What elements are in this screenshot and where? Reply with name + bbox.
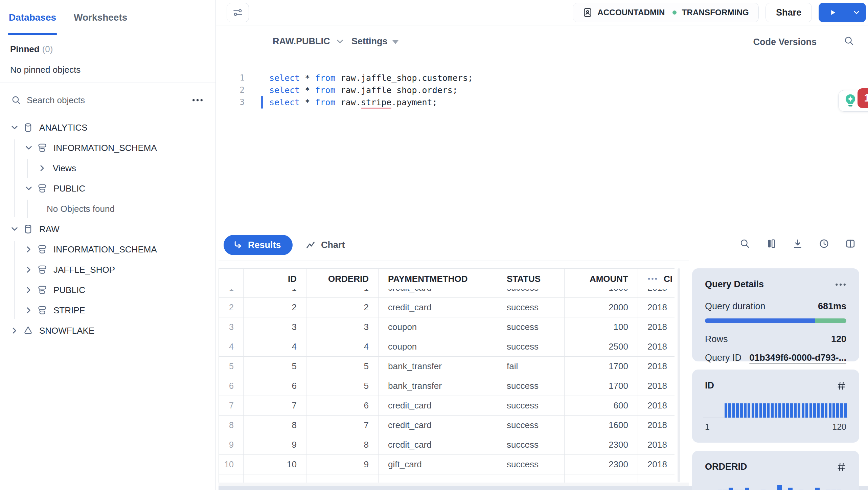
query-id-link[interactable]: 01b349f6-0000-d793-... — [749, 353, 846, 363]
histogram-bar — [821, 403, 824, 418]
columns-icon[interactable] — [766, 238, 777, 249]
split-pane-icon[interactable] — [845, 238, 856, 249]
results-grid[interactable]: IDORDERIDPAYMENTMETHODSTATUSAMOUNTCI 111… — [219, 268, 675, 483]
line-number: 2 — [216, 85, 245, 95]
chevron-right-icon[interactable] — [38, 164, 47, 173]
context-label: RAW.PUBLIC — [273, 36, 330, 47]
filters-button[interactable] — [227, 3, 249, 22]
snowsight-worksheet-app: Databases Worksheets Pinned(0) No pinned… — [0, 0, 868, 490]
column-header-amount[interactable]: AMOUNT — [565, 269, 638, 289]
chevron-right-icon[interactable] — [24, 306, 33, 315]
tab-worksheets[interactable]: Worksheets — [74, 0, 127, 35]
tree-item-jaffle_shop[interactable]: JAFFLE_SHOP — [0, 260, 215, 280]
history-icon[interactable] — [819, 238, 829, 249]
code-line[interactable]: 1select * from raw.jaffle_shop.customers… — [216, 72, 868, 84]
chevron-right-icon[interactable] — [24, 245, 33, 254]
column-card-title: ORDERID — [705, 462, 747, 472]
code-versions-link[interactable]: Code Versions — [753, 37, 817, 47]
table-cell: 6 — [244, 376, 306, 396]
sql-text: raw. — [336, 97, 361, 107]
table-row[interactable]: 776credit_cardsuccess6002018 — [219, 396, 675, 416]
chevron-down-icon[interactable] — [24, 184, 33, 193]
settings-menu[interactable]: Settings — [351, 36, 398, 47]
sql-editor[interactable]: 1select * from raw.jaffle_shop.customers… — [216, 61, 868, 230]
search-options-icon[interactable] — [192, 95, 203, 105]
download-icon[interactable] — [792, 238, 803, 249]
histogram-bar — [755, 403, 758, 418]
chevron-right-icon[interactable] — [24, 265, 33, 274]
query-details-panel: Query Details Query duration 681ms Rows … — [692, 261, 868, 490]
table-row[interactable]: 887credit_cardsuccess16002018 — [219, 416, 675, 435]
histogram-bar — [759, 403, 762, 418]
tree-item-public[interactable]: PUBLIC — [0, 178, 215, 199]
table-row[interactable]: 333couponsuccess1002018 — [219, 317, 675, 337]
tree-item-raw[interactable]: RAW — [0, 219, 215, 239]
chevron-right-icon[interactable] — [10, 326, 19, 335]
code-line[interactable]: 2select * from raw.jaffle_shop.orders; — [216, 84, 868, 96]
tree-item-label: PUBLIC — [53, 285, 85, 295]
sql-text: * — [300, 73, 315, 83]
database-schema-selector[interactable]: RAW.PUBLIC — [273, 36, 344, 47]
tree-item-views[interactable]: Views — [0, 158, 215, 178]
rows-value: 120 — [831, 334, 846, 344]
column-header-orderid[interactable]: ORDERID — [306, 269, 379, 289]
table-cell: 600 — [565, 396, 638, 415]
table-row[interactable]: 555bank_transferfail17002018 — [219, 357, 675, 376]
tree-item-snowflake[interactable]: SNOWFLAKE — [0, 320, 215, 341]
orderid-histogram — [705, 484, 846, 490]
histogram-bar — [744, 403, 747, 418]
column-header-status[interactable]: STATUS — [497, 269, 565, 289]
tree-item-public[interactable]: PUBLIC — [0, 280, 215, 300]
table-row[interactable]: 665bank_transfersuccess17002018 — [219, 376, 675, 396]
search-icon — [11, 95, 21, 105]
column-header-ci[interactable]: CI — [638, 269, 675, 289]
table-row[interactable] — [219, 474, 675, 483]
column-header-id[interactable]: ID — [244, 269, 306, 289]
line-text: select * from raw.jaffle_shop.orders; — [245, 85, 458, 95]
vertical-scrollbar[interactable] — [678, 268, 680, 482]
tree-item-label: SNOWFLAKE — [39, 326, 94, 336]
table-cell: success — [497, 337, 565, 356]
table-row[interactable]: 222credit_cardsuccess20002018 — [219, 298, 675, 317]
sliders-icon — [232, 7, 243, 18]
tree-guide — [27, 159, 28, 178]
chevron-right-icon[interactable] — [24, 286, 33, 294]
query-details-menu-icon[interactable] — [835, 282, 846, 287]
run-options-button[interactable] — [847, 3, 866, 22]
histogram-bar — [788, 488, 793, 490]
editor-search-icon[interactable] — [844, 36, 854, 46]
role-warehouse-selector[interactable]: ACCOUNTADMIN TRANSFORMING — [573, 3, 759, 22]
tree-item-label: Views — [53, 163, 76, 174]
chevron-down-icon[interactable] — [10, 123, 19, 132]
sql-text: * — [300, 97, 315, 107]
tree-item-stripe[interactable]: STRIPE — [0, 300, 215, 320]
run-button[interactable] — [819, 3, 847, 22]
tab-chart[interactable]: Chart — [301, 235, 350, 255]
tab-databases[interactable]: Databases — [9, 0, 56, 35]
histogram-bar — [736, 403, 739, 418]
schema-icon — [37, 143, 47, 153]
code-line[interactable]: 3select * from raw.stripe.payment; — [216, 96, 868, 108]
tree-item-information_schema[interactable]: INFORMATION_SCHEMA — [0, 239, 215, 260]
chevron-down-icon[interactable] — [24, 143, 33, 152]
histogram-bar — [794, 403, 797, 418]
column-header-paymentmethod[interactable]: PAYMENTMETHOD — [379, 269, 497, 289]
table-row[interactable]: 998credit_cardsuccess23002018 — [219, 435, 675, 455]
tree-item-information_schema[interactable]: INFORMATION_SCHEMA — [0, 138, 215, 158]
search-objects-input[interactable] — [27, 95, 192, 106]
table-cell: success — [497, 396, 565, 415]
tab-results[interactable]: Results — [224, 235, 293, 255]
column-menu-icon[interactable] — [647, 276, 658, 282]
tree-guide — [27, 200, 28, 218]
tree-item-analytics[interactable]: ANALYTICS — [0, 117, 215, 138]
share-button[interactable]: Share — [766, 3, 812, 22]
table-row[interactable]: 10109gift_cardsuccess23002018 — [219, 455, 675, 474]
suggestion-pill[interactable]: 1 — [838, 90, 868, 112]
search-results-icon[interactable] — [739, 238, 750, 249]
histogram-bar — [809, 403, 812, 418]
table-cell: 5 — [244, 357, 306, 376]
tree-item-label: JAFFLE_SHOP — [53, 265, 115, 275]
results-grid-body: 111credit_cardsuccess10002018222credit_c… — [219, 278, 675, 483]
table-row[interactable]: 444couponsuccess25002018 — [219, 337, 675, 357]
chevron-down-icon[interactable] — [10, 225, 19, 233]
